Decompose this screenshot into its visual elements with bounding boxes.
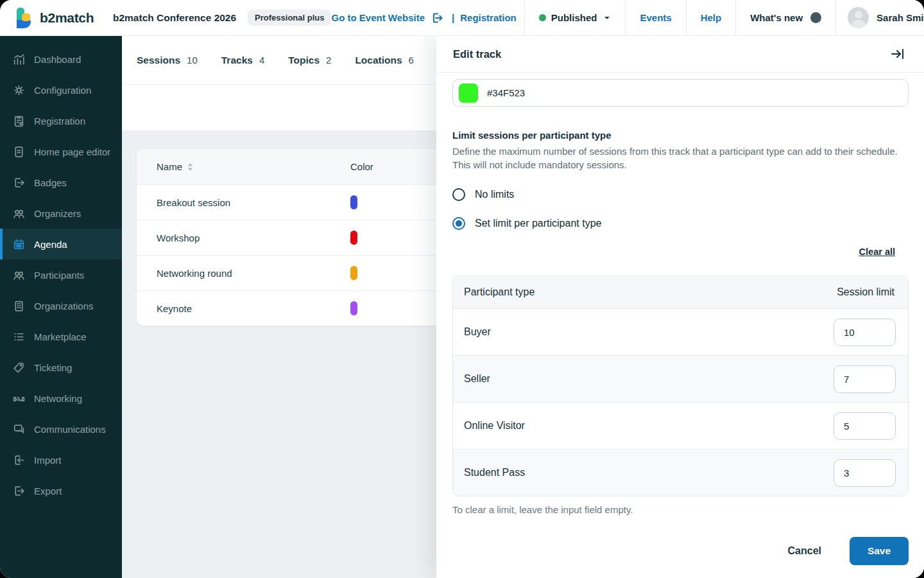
sidebar-item-home-page-editor[interactable]: Home page editor: [0, 136, 122, 167]
column-header-color: Color: [350, 161, 373, 172]
color-value: #34F523: [487, 87, 525, 98]
communications-icon: [12, 423, 26, 436]
top-header: b2match b2match Conference 2026 Professi…: [0, 0, 924, 36]
panel-footer: Cancel Save: [452, 537, 909, 565]
ticketing-icon: [12, 361, 26, 374]
import-icon: [12, 453, 26, 467]
sidebar-item-organizers[interactable]: Organizers: [0, 198, 122, 229]
marketplace-icon: [12, 330, 26, 344]
limit-options: No limitsSet limit per participant type: [452, 188, 909, 230]
sidebar-item-import[interactable]: Import: [0, 444, 122, 475]
panel-title: Edit track: [453, 48, 501, 60]
sidebar-item-organizations[interactable]: Organizations: [0, 290, 122, 321]
avatar: [848, 7, 869, 28]
radio-icon[interactable]: [452, 217, 465, 230]
radio-option-set-limit-per-participant-type[interactable]: Set limit per participant type: [452, 217, 909, 230]
save-button[interactable]: Save: [850, 537, 909, 565]
sort-icon: [187, 162, 194, 171]
sidebar-item-communications[interactable]: Communications: [0, 414, 122, 444]
event-title: b2match Conference 2026: [113, 12, 236, 24]
color-swatch[interactable]: [459, 83, 478, 103]
session-limit-input[interactable]: [834, 459, 896, 487]
clear-all-link[interactable]: Clear all: [859, 247, 895, 257]
publish-status-dropdown[interactable]: Published: [525, 0, 626, 36]
track-color-pill: [350, 266, 357, 280]
track-color-pill: [350, 301, 357, 315]
organizers-icon: [12, 207, 26, 220]
events-link[interactable]: Events: [640, 12, 671, 23]
sidebar-item-export[interactable]: Export: [0, 475, 122, 506]
limit-row-student-pass: Student Pass: [453, 449, 908, 496]
agenda-icon: [12, 238, 26, 251]
brand-wordmark: b2match: [40, 10, 94, 26]
dashboard-icon: [12, 53, 26, 66]
tab-sessions[interactable]: Sessions10: [137, 55, 198, 66]
home-page-editor-icon: [12, 145, 26, 159]
track-color-pill: [350, 195, 357, 209]
plan-badge: Professional plus: [248, 10, 331, 26]
limit-row-online-visitor: Online Visitor: [453, 402, 908, 449]
track-color-input[interactable]: #34F523: [452, 79, 909, 107]
session-limit-input[interactable]: [834, 365, 896, 393]
brand[interactable]: b2match: [0, 7, 108, 29]
cancel-button[interactable]: Cancel: [788, 545, 821, 557]
column-header-session-limit: Session limit: [837, 286, 894, 298]
edit-track-panel: Edit track #34F523 Limit sessions per pa…: [436, 36, 924, 578]
limit-section-heading: Limit sessions per participant type: [452, 130, 909, 141]
go-to-event-website-link[interactable]: Go to Event Website: [331, 12, 425, 23]
participants-icon: [12, 268, 26, 282]
badges-icon: [12, 176, 26, 189]
column-header-name[interactable]: Name: [157, 161, 194, 172]
organizations-icon: [12, 299, 26, 313]
tab-topics[interactable]: Topics2: [288, 55, 331, 66]
tab-tracks[interactable]: Tracks4: [221, 55, 264, 66]
track-color-pill: [350, 231, 357, 245]
sidebar-item-badges[interactable]: Badges: [0, 167, 122, 198]
published-dot-icon: [539, 14, 546, 21]
radio-option-no-limits[interactable]: No limits: [452, 188, 909, 201]
sidebar-item-networking[interactable]: Networking: [0, 383, 122, 414]
column-header-participant-type: Participant type: [464, 286, 535, 298]
configuration-icon: [12, 83, 26, 97]
limits-table-header: Participant type Session limit: [453, 276, 908, 308]
link-separator: |: [452, 12, 454, 23]
collapse-panel-icon[interactable]: [889, 46, 905, 62]
sidebar-item-participants[interactable]: Participants: [0, 259, 122, 290]
radio-icon[interactable]: [452, 188, 465, 201]
export-icon: [12, 484, 26, 498]
limits-table: Participant type Session limit BuyerSell…: [452, 276, 909, 496]
networking-icon: [12, 392, 26, 405]
limit-row-buyer: Buyer: [453, 308, 908, 355]
limit-row-seller: Seller: [453, 355, 908, 402]
whats-new-button[interactable]: What's new: [736, 0, 835, 36]
sidebar-item-agenda[interactable]: Agenda: [0, 229, 122, 259]
panel-header: Edit track: [436, 36, 924, 73]
registration-link[interactable]: Registration: [460, 12, 517, 23]
session-limit-input[interactable]: [834, 412, 896, 440]
chevron-down-icon: [603, 14, 611, 22]
sidebar-item-marketplace[interactable]: Marketplace: [0, 321, 122, 352]
sidebar-item-dashboard[interactable]: Dashboard: [0, 44, 122, 74]
tab-locations[interactable]: Locations6: [355, 55, 414, 66]
help-link[interactable]: Help: [701, 12, 722, 23]
limits-note: To clear a limit, leave the input field …: [452, 504, 909, 515]
open-event-icon: [431, 11, 445, 25]
sidebar-item-registration[interactable]: Registration: [0, 105, 122, 136]
app-window: b2match b2match Conference 2026 Professi…: [0, 0, 924, 578]
b2match-logo-icon: [14, 7, 33, 29]
limit-section-description: Define the maximum number of sessions fr…: [452, 144, 907, 171]
session-limit-input[interactable]: [834, 319, 896, 346]
sidebar: DashboardConfigurationRegistrationHome p…: [0, 36, 122, 578]
notification-dot-icon: [810, 12, 821, 23]
user-menu[interactable]: Sarah Smith: [836, 0, 924, 36]
registration-icon: [12, 114, 26, 128]
sidebar-item-configuration[interactable]: Configuration: [0, 74, 122, 105]
sidebar-item-ticketing[interactable]: Ticketing: [0, 352, 122, 383]
